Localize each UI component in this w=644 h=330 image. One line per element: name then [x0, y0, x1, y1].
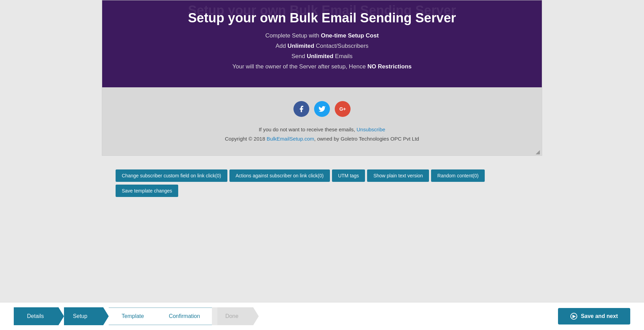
wizard-step-confirmation[interactable]: Confirmation: [157, 307, 212, 325]
wizard-step-template-label: Template: [122, 313, 144, 319]
wizard-step-details[interactable]: Details: [14, 307, 58, 325]
email-line-2: Add Unlimited Contact/Subscribers: [116, 43, 528, 50]
email-title: Setup your own Bulk Email Sending Server: [116, 11, 528, 25]
toolbar-row-2: Save template changes: [116, 185, 528, 197]
social-icons: G+: [116, 101, 528, 117]
unsubscribe-link[interactable]: Unsubscribe: [356, 126, 385, 132]
wizard-step-confirmation-label: Confirmation: [169, 313, 200, 319]
toolbar-row-1: Change subscriber custom field on link c…: [116, 169, 528, 182]
email-preview: Setup your own Bulk Email Sending Server…: [102, 0, 542, 156]
change-custom-field-button[interactable]: Change subscriber custom field on link c…: [116, 169, 227, 182]
unsubscribe-text: If you do not want to receive these emai…: [116, 126, 528, 132]
wizard-bar-inner: Details Setup Template Confirmation Done…: [0, 302, 644, 330]
wizard-steps: Details Setup Template Confirmation Done: [14, 307, 253, 325]
save-and-next-button[interactable]: ▶ Save and next: [558, 308, 630, 324]
wizard-step-setup[interactable]: Setup: [58, 307, 103, 325]
toolbar-section: Change subscriber custom field on link c…: [102, 163, 542, 197]
email-line-4: Your will the owner of the Server after …: [116, 63, 528, 70]
wizard-step-template[interactable]: Template: [109, 307, 157, 325]
save-next-arrow-icon: ▶: [570, 313, 577, 320]
email-header: Setup your own Bulk Email Sending Server…: [102, 0, 542, 87]
show-plain-text-button[interactable]: Show plain text version: [367, 169, 429, 182]
save-next-label: Save and next: [581, 313, 618, 319]
random-content-button[interactable]: Random content(0): [431, 169, 485, 182]
wizard-step-done-label: Done: [225, 313, 238, 319]
wizard-bar: Details Setup Template Confirmation Done…: [0, 302, 644, 330]
wizard-step-setup-label: Setup: [73, 313, 87, 319]
email-line-1: Complete Setup with One-time Setup Cost: [116, 32, 528, 39]
facebook-icon[interactable]: [293, 101, 309, 117]
copyright-text: Copyright © 2018 BulkEmailSetup.com, own…: [116, 136, 528, 142]
twitter-icon[interactable]: [314, 101, 330, 117]
email-line-3: Send Unlimited Emails: [116, 53, 528, 60]
google-plus-icon[interactable]: G+: [335, 101, 351, 117]
resize-handle[interactable]: ◢: [536, 149, 540, 154]
utm-tags-button[interactable]: UTM tags: [332, 169, 365, 182]
actions-subscriber-button[interactable]: Actions against subscriber on link click…: [229, 169, 330, 182]
wizard-step-details-label: Details: [27, 313, 44, 319]
website-link[interactable]: BulkEmailSetup.com: [267, 136, 314, 142]
save-template-changes-button[interactable]: Save template changes: [116, 185, 178, 197]
email-footer: G+ If you do not want to receive these e…: [102, 87, 542, 155]
wizard-step-done[interactable]: Done: [212, 307, 253, 325]
